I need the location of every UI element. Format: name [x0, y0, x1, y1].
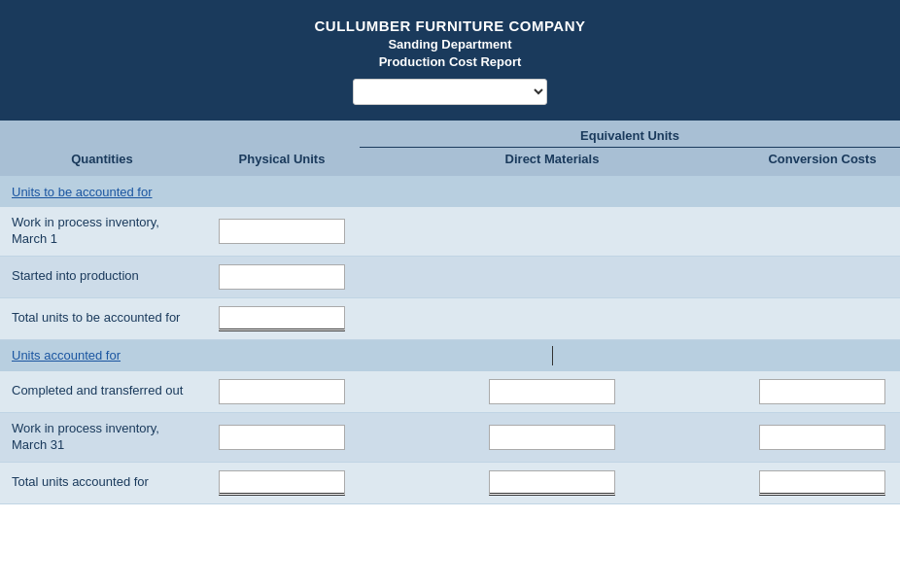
row-started-production: Started into production	[0, 257, 900, 298]
col-physical-header: Physical Units	[204, 148, 360, 176]
wip-march31-physical-cell	[204, 425, 360, 450]
section-header-units-accounted: Units accounted for	[0, 340, 900, 371]
total-units-accounted-direct-input[interactable]	[489, 470, 615, 496]
report-title: Production Cost Report	[19, 54, 881, 69]
completed-transferred-physical-cell	[204, 379, 360, 404]
started-production-label: Started into production	[0, 268, 204, 285]
period-dropdown[interactable]	[353, 79, 547, 105]
completed-transferred-conversion-cell	[744, 379, 900, 404]
wip-march1-physical-input[interactable]	[219, 219, 345, 244]
wip-march31-label: Work in process inventory, March 31	[0, 421, 204, 454]
started-production-physical-input[interactable]	[219, 264, 345, 290]
total-units-accounted-physical-input[interactable]	[219, 470, 345, 496]
total-units-accounted-conversion-cell	[744, 470, 900, 496]
section-label-units-accounted: Units accounted for	[0, 342, 204, 368]
col-quantities-header: Quantities	[0, 148, 204, 176]
header-spacer	[0, 121, 360, 148]
section-label-units-to-account: Units to be accounted for	[0, 179, 204, 205]
completed-transferred-direct-cell	[360, 379, 744, 404]
completed-transferred-label: Completed and transferred out	[0, 383, 204, 399]
col-headers-row: Quantities Physical Units Direct Materia…	[0, 148, 900, 176]
wip-march31-direct-input[interactable]	[489, 425, 615, 450]
wip-march31-conversion-cell	[744, 425, 900, 450]
page-wrapper: CULLUMBER FURNITURE COMPANY Sanding Depa…	[0, 0, 900, 588]
row-total-units-to-account: Total units to be accounted for	[0, 298, 900, 340]
completed-transferred-conversion-input[interactable]	[759, 379, 885, 404]
col-direct-header: Direct Materials	[360, 148, 744, 176]
equiv-units-label: Equivalent Units	[360, 121, 900, 148]
col-conversion-header: Conversion Costs	[744, 148, 900, 176]
company-title: CULLUMBER FURNITURE COMPANY	[19, 17, 881, 34]
wip-march31-conversion-input[interactable]	[759, 425, 885, 450]
total-units-to-account-label: Total units to be accounted for	[0, 310, 204, 327]
wip-march1-physical-cell	[204, 219, 360, 244]
header: CULLUMBER FURNITURE COMPANY Sanding Depa…	[0, 0, 900, 121]
row-wip-march1: Work in process inventory, March 1	[0, 207, 900, 257]
total-units-to-account-physical-cell	[204, 306, 360, 331]
total-units-accounted-label: Total units accounted for	[0, 474, 204, 491]
vertical-divider	[552, 346, 553, 365]
total-units-accounted-direct-cell	[360, 470, 744, 496]
section-header-units-to-account: Units to be accounted for	[0, 176, 900, 207]
row-completed-transferred: Completed and transferred out	[0, 371, 900, 413]
units-accounted-link[interactable]: Units accounted for	[12, 348, 121, 363]
wip-march1-label: Work in process inventory, March 1	[0, 215, 204, 248]
total-units-accounted-conversion-input[interactable]	[759, 470, 885, 496]
equiv-header-row: Equivalent Units	[0, 121, 900, 148]
completed-transferred-physical-input[interactable]	[219, 379, 345, 404]
row-total-units-accounted: Total units accounted for	[0, 463, 900, 504]
table-area: Equivalent Units Quantities Physical Uni…	[0, 121, 900, 504]
section-spacer-2	[204, 346, 900, 365]
wip-march31-physical-input[interactable]	[219, 425, 345, 450]
dropdown-container	[19, 79, 881, 105]
completed-transferred-direct-input[interactable]	[489, 379, 615, 404]
row-wip-march31: Work in process inventory, March 31	[0, 413, 900, 463]
department-title: Sanding Department	[19, 37, 881, 52]
wip-march31-direct-cell	[360, 425, 744, 450]
total-units-accounted-physical-cell	[204, 470, 360, 496]
units-to-account-link[interactable]: Units to be accounted for	[12, 185, 153, 199]
total-units-to-account-physical-input[interactable]	[219, 306, 345, 331]
started-production-physical-cell	[204, 264, 360, 290]
